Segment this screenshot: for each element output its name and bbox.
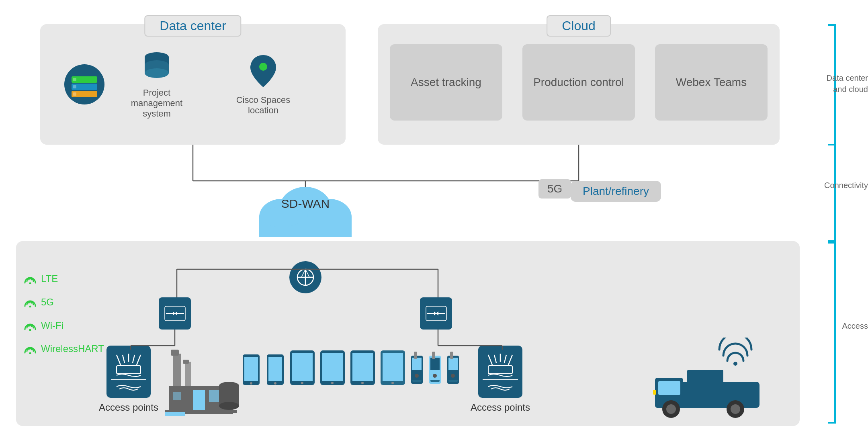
svg-rect-102 <box>432 352 435 359</box>
svg-rect-97 <box>414 352 417 359</box>
svg-rect-106 <box>448 358 458 370</box>
svg-rect-5 <box>73 92 76 96</box>
svg-rect-59 <box>488 366 512 374</box>
svg-rect-99 <box>412 380 422 382</box>
svg-rect-65 <box>185 362 191 386</box>
svg-point-62 <box>29 329 31 331</box>
svg-rect-4 <box>73 85 76 88</box>
svg-point-118 <box>731 404 740 414</box>
lte-label: LTE <box>41 273 58 285</box>
svg-rect-53 <box>117 366 141 374</box>
devices-row <box>241 350 460 386</box>
svg-rect-64 <box>173 354 181 386</box>
legend-5g: 5G <box>24 297 104 308</box>
svg-line-49 <box>123 355 125 363</box>
production-control-label: Production control <box>527 70 630 95</box>
svg-point-11 <box>259 63 267 71</box>
svg-line-54 <box>488 355 492 365</box>
legend-wifi: Wi-Fi <box>24 320 104 331</box>
sdwan-cloud: SD-WAN <box>253 177 358 245</box>
asset-tracking-label: Asset tracking <box>405 70 487 95</box>
datacenter-title: Data center <box>144 15 241 37</box>
svg-line-48 <box>117 355 121 365</box>
access-side-label: Access <box>842 321 868 331</box>
svg-point-116 <box>666 404 676 414</box>
svg-line-57 <box>504 355 506 363</box>
svg-point-10 <box>145 68 169 78</box>
svg-point-60 <box>29 282 31 284</box>
cloud-title: Cloud <box>547 15 611 37</box>
svg-point-74 <box>219 402 239 410</box>
svg-rect-107 <box>450 352 453 359</box>
svg-rect-69 <box>173 392 181 400</box>
asset-tracking-card: Asset tracking <box>390 44 502 121</box>
datacenter-box: Data center <box>40 24 346 145</box>
left-ap-label: Access points <box>94 402 163 413</box>
connectivity-side-label: Connectivity <box>824 181 868 190</box>
svg-point-94 <box>391 382 394 384</box>
svg-line-52 <box>137 355 141 365</box>
cisco-spaces-label: Cisco Spaces location <box>233 95 293 116</box>
svg-rect-96 <box>412 358 422 370</box>
project-management-item: Project management system <box>129 50 185 119</box>
svg-rect-70 <box>171 350 179 356</box>
svg-line-51 <box>133 355 135 363</box>
svg-rect-109 <box>448 380 458 382</box>
right-brackets: Data center and cloud Connectivity Acces… <box>816 8 868 426</box>
svg-rect-76 <box>165 412 185 416</box>
svg-rect-78 <box>244 357 258 381</box>
5g-label: 5G <box>41 297 54 308</box>
svg-rect-81 <box>268 357 282 381</box>
cisco-spaces-item: Cisco Spaces location <box>233 53 293 116</box>
svg-point-91 <box>361 382 364 384</box>
left-ap-device <box>106 346 151 398</box>
svg-rect-90 <box>352 353 373 381</box>
svg-point-103 <box>433 374 437 378</box>
legend: LTE 5G Wi-Fi WirelessHART <box>24 273 104 354</box>
plant-refinery-label: Plant/refinery <box>571 181 661 202</box>
wirelesshart-label: WirelessHART <box>41 343 104 354</box>
server-icon <box>64 64 104 104</box>
right-ap-device <box>478 346 522 398</box>
svg-rect-114 <box>658 381 680 395</box>
svg-point-79 <box>250 382 252 385</box>
cloud-services-box: Cloud Asset tracking Production control … <box>378 24 780 145</box>
svg-point-85 <box>301 382 303 384</box>
legend-wirelesshart: WirelessHART <box>24 343 104 354</box>
svg-rect-104 <box>430 380 440 382</box>
sdwan-label: SD-WAN <box>281 197 330 211</box>
5g-badge: 5G <box>538 179 571 199</box>
webex-teams-label: Webex Teams <box>670 70 753 95</box>
svg-rect-71 <box>183 360 189 364</box>
svg-rect-67 <box>193 390 205 410</box>
svg-point-110 <box>733 362 737 366</box>
svg-line-58 <box>508 355 512 365</box>
svg-point-108 <box>451 374 455 378</box>
datacenter-cloud-side-label: Data center and cloud <box>816 72 868 95</box>
svg-rect-84 <box>292 353 313 381</box>
right-ap-label: Access points <box>466 402 534 413</box>
svg-rect-101 <box>430 358 440 370</box>
access-box: Access points Access points <box>16 241 800 426</box>
left-switch <box>159 297 191 330</box>
svg-point-61 <box>29 305 31 307</box>
right-switch <box>420 297 452 330</box>
truck-icon <box>647 338 760 420</box>
router-icon <box>289 261 321 293</box>
factory-icon <box>161 338 241 420</box>
legend-lte: LTE <box>24 273 104 285</box>
svg-point-88 <box>331 382 334 384</box>
wifi-label: Wi-Fi <box>41 320 63 331</box>
svg-point-98 <box>415 374 419 378</box>
production-control-card: Production control <box>522 44 635 121</box>
svg-point-63 <box>29 352 31 354</box>
svg-rect-3 <box>73 78 76 81</box>
project-management-label: Project management system <box>129 88 185 119</box>
svg-rect-68 <box>209 390 219 402</box>
svg-point-82 <box>274 382 276 385</box>
webex-teams-card: Webex Teams <box>655 44 768 121</box>
svg-line-55 <box>494 355 496 363</box>
svg-rect-87 <box>322 353 343 381</box>
svg-rect-119 <box>653 390 656 395</box>
svg-rect-93 <box>383 353 403 381</box>
